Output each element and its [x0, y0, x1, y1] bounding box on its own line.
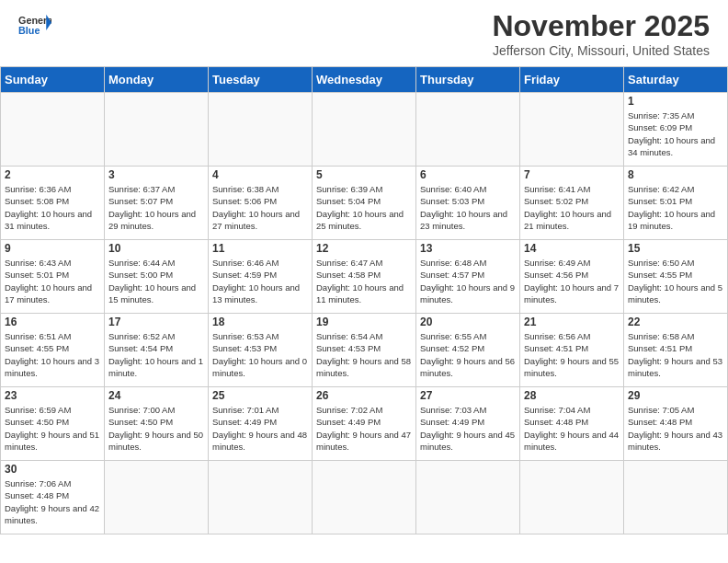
day-info: Sunrise: 7:04 AM Sunset: 4:48 PM Dayligh…: [524, 404, 620, 453]
header-cell-thursday: Thursday: [416, 67, 520, 93]
day-cell: [313, 93, 416, 167]
day-info: Sunrise: 7:03 AM Sunset: 4:49 PM Dayligh…: [420, 404, 516, 453]
svg-text:Blue: Blue: [18, 25, 40, 36]
day-cell: 15Sunrise: 6:50 AM Sunset: 4:55 PM Dayli…: [624, 240, 728, 314]
day-number: 13: [420, 242, 516, 255]
week-row-6: 30Sunrise: 7:06 AM Sunset: 4:48 PM Dayli…: [1, 461, 728, 534]
day-cell: 23Sunrise: 6:59 AM Sunset: 4:50 PM Dayli…: [1, 387, 105, 461]
day-cell: 27Sunrise: 7:03 AM Sunset: 4:49 PM Dayli…: [416, 387, 520, 461]
day-cell: 22Sunrise: 6:58 AM Sunset: 4:51 PM Dayli…: [624, 314, 728, 387]
day-info: Sunrise: 6:38 AM Sunset: 5:06 PM Dayligh…: [212, 183, 308, 232]
day-number: 24: [108, 389, 204, 402]
day-info: Sunrise: 6:37 AM Sunset: 5:07 PM Dayligh…: [108, 183, 204, 232]
day-cell: [520, 461, 624, 534]
day-cell: 3Sunrise: 6:37 AM Sunset: 5:07 PM Daylig…: [105, 167, 209, 240]
day-info: Sunrise: 7:02 AM Sunset: 4:49 PM Dayligh…: [316, 404, 412, 453]
location-subtitle: Jefferson City, Missouri, United States: [492, 43, 710, 58]
day-number: 29: [628, 389, 723, 402]
day-cell: 1Sunrise: 7:35 AM Sunset: 6:09 PM Daylig…: [624, 93, 728, 167]
day-cell: 9Sunrise: 6:43 AM Sunset: 5:01 PM Daylig…: [1, 240, 105, 314]
day-number: 6: [420, 168, 516, 181]
day-cell: 7Sunrise: 6:41 AM Sunset: 5:02 PM Daylig…: [520, 167, 624, 240]
day-number: 20: [420, 316, 516, 328]
day-cell: [416, 461, 520, 534]
day-info: Sunrise: 7:06 AM Sunset: 4:48 PM Dayligh…: [5, 477, 100, 526]
day-info: Sunrise: 6:36 AM Sunset: 5:08 PM Dayligh…: [5, 183, 100, 232]
day-cell: 21Sunrise: 6:56 AM Sunset: 4:51 PM Dayli…: [520, 314, 624, 387]
day-info: Sunrise: 7:05 AM Sunset: 4:48 PM Dayligh…: [628, 404, 723, 453]
day-number: 26: [316, 389, 412, 402]
header-cell-tuesday: Tuesday: [209, 67, 313, 93]
day-number: 9: [5, 242, 100, 255]
day-cell: 6Sunrise: 6:40 AM Sunset: 5:03 PM Daylig…: [416, 167, 520, 240]
day-number: 22: [628, 316, 723, 328]
day-info: Sunrise: 6:44 AM Sunset: 5:00 PM Dayligh…: [108, 257, 204, 305]
day-cell: 5Sunrise: 6:39 AM Sunset: 5:04 PM Daylig…: [313, 167, 416, 240]
day-number: 10: [108, 242, 204, 255]
day-cell: 18Sunrise: 6:53 AM Sunset: 4:53 PM Dayli…: [209, 314, 313, 387]
header-cell-wednesday: Wednesday: [313, 67, 416, 93]
day-number: 21: [524, 316, 620, 328]
day-cell: [105, 461, 209, 534]
title-block: November 2025 Jefferson City, Missouri, …: [492, 9, 710, 58]
day-cell: 14Sunrise: 6:49 AM Sunset: 4:56 PM Dayli…: [520, 240, 624, 314]
week-row-3: 9Sunrise: 6:43 AM Sunset: 5:01 PM Daylig…: [1, 240, 728, 314]
day-number: 14: [524, 242, 620, 255]
day-info: Sunrise: 6:39 AM Sunset: 5:04 PM Dayligh…: [316, 183, 412, 232]
day-info: Sunrise: 7:35 AM Sunset: 6:09 PM Dayligh…: [628, 109, 723, 158]
day-number: 8: [628, 168, 723, 181]
day-number: 2: [5, 168, 100, 181]
day-info: Sunrise: 6:56 AM Sunset: 4:51 PM Dayligh…: [524, 330, 620, 379]
day-number: 17: [108, 316, 204, 328]
day-info: Sunrise: 6:40 AM Sunset: 5:03 PM Dayligh…: [420, 183, 516, 232]
day-number: 15: [628, 242, 723, 255]
week-row-1: 1Sunrise: 7:35 AM Sunset: 6:09 PM Daylig…: [1, 93, 728, 167]
day-cell: [416, 93, 520, 167]
day-info: Sunrise: 6:59 AM Sunset: 4:50 PM Dayligh…: [5, 404, 100, 453]
day-info: Sunrise: 6:48 AM Sunset: 4:57 PM Dayligh…: [420, 257, 516, 305]
day-info: Sunrise: 6:51 AM Sunset: 4:55 PM Dayligh…: [5, 330, 100, 379]
week-row-4: 16Sunrise: 6:51 AM Sunset: 4:55 PM Dayli…: [1, 314, 728, 387]
day-cell: [624, 461, 728, 534]
logo-icon: General Blue: [18, 9, 51, 42]
day-number: 27: [420, 389, 516, 402]
day-info: Sunrise: 6:54 AM Sunset: 4:53 PM Dayligh…: [316, 330, 412, 379]
day-cell: [105, 93, 209, 167]
header-cell-sunday: Sunday: [1, 67, 105, 93]
day-cell: 19Sunrise: 6:54 AM Sunset: 4:53 PM Dayli…: [313, 314, 416, 387]
day-cell: 29Sunrise: 7:05 AM Sunset: 4:48 PM Dayli…: [624, 387, 728, 461]
day-info: Sunrise: 7:00 AM Sunset: 4:50 PM Dayligh…: [108, 404, 204, 453]
day-cell: 24Sunrise: 7:00 AM Sunset: 4:50 PM Dayli…: [105, 387, 209, 461]
day-number: 28: [524, 389, 620, 402]
day-info: Sunrise: 6:46 AM Sunset: 4:59 PM Dayligh…: [212, 257, 308, 305]
day-info: Sunrise: 6:41 AM Sunset: 5:02 PM Dayligh…: [524, 183, 620, 232]
day-number: 1: [628, 95, 723, 108]
header-cell-saturday: Saturday: [624, 67, 728, 93]
day-cell: 26Sunrise: 7:02 AM Sunset: 4:49 PM Dayli…: [313, 387, 416, 461]
day-number: 30: [5, 463, 100, 476]
day-number: 23: [5, 389, 100, 402]
day-info: Sunrise: 6:55 AM Sunset: 4:52 PM Dayligh…: [420, 330, 516, 379]
day-cell: 20Sunrise: 6:55 AM Sunset: 4:52 PM Dayli…: [416, 314, 520, 387]
day-info: Sunrise: 6:50 AM Sunset: 4:55 PM Dayligh…: [628, 257, 723, 305]
day-info: Sunrise: 7:01 AM Sunset: 4:49 PM Dayligh…: [212, 404, 308, 453]
day-info: Sunrise: 6:49 AM Sunset: 4:56 PM Dayligh…: [524, 257, 620, 305]
day-number: 12: [316, 242, 412, 255]
header-cell-monday: Monday: [105, 67, 209, 93]
calendar-table: SundayMondayTuesdayWednesdayThursdayFrid…: [0, 66, 728, 534]
month-title: November 2025: [492, 9, 710, 43]
calendar-body: 1Sunrise: 7:35 AM Sunset: 6:09 PM Daylig…: [1, 93, 728, 534]
day-cell: 13Sunrise: 6:48 AM Sunset: 4:57 PM Dayli…: [416, 240, 520, 314]
day-info: Sunrise: 6:47 AM Sunset: 4:58 PM Dayligh…: [316, 257, 412, 305]
day-cell: [520, 93, 624, 167]
day-cell: 17Sunrise: 6:52 AM Sunset: 4:54 PM Dayli…: [105, 314, 209, 387]
header-cell-friday: Friday: [520, 67, 624, 93]
header-row: SundayMondayTuesdayWednesdayThursdayFrid…: [1, 67, 728, 93]
day-cell: [313, 461, 416, 534]
day-number: 3: [108, 168, 204, 181]
day-number: 4: [212, 168, 308, 181]
day-info: Sunrise: 6:52 AM Sunset: 4:54 PM Dayligh…: [108, 330, 204, 379]
day-number: 25: [212, 389, 308, 402]
day-cell: 4Sunrise: 6:38 AM Sunset: 5:06 PM Daylig…: [209, 167, 313, 240]
day-info: Sunrise: 6:53 AM Sunset: 4:53 PM Dayligh…: [212, 330, 308, 379]
